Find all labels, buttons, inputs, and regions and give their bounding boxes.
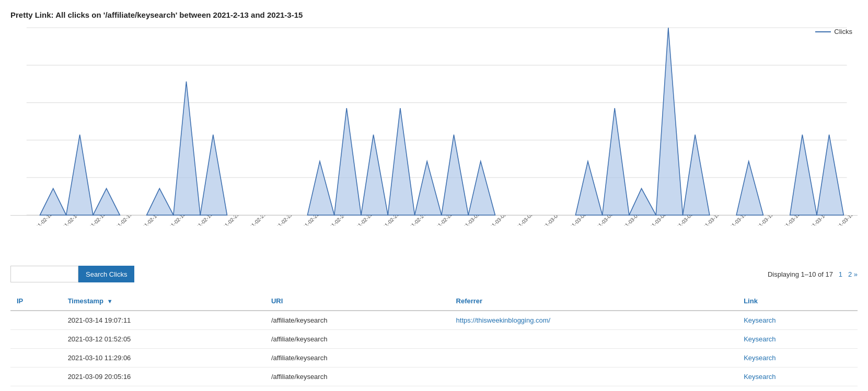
- cell-timestamp: 2021-03-12 01:52:05: [62, 330, 265, 349]
- date-label: 2021-02-13: [30, 220, 45, 226]
- chart-container: Clicks: [10, 28, 858, 216]
- svg-marker-24: [736, 161, 763, 215]
- svg-marker-20: [603, 108, 629, 215]
- date-label: 2021-02-15: [84, 220, 98, 226]
- svg-marker-17: [442, 135, 468, 215]
- cell-link: Keysearch: [737, 330, 858, 349]
- svg-marker-21: [629, 188, 656, 215]
- date-label: 2021-03-05: [564, 220, 579, 226]
- cell-uri: /affiliate/keysearch: [265, 349, 450, 368]
- svg-marker-7: [66, 135, 93, 215]
- date-label: 2021-03-02: [484, 220, 499, 226]
- cell-referrer: [450, 368, 738, 386]
- date-label: 2021-03-11: [725, 220, 739, 226]
- date-label: 2021-02-26: [377, 220, 392, 226]
- col-link: Link: [737, 292, 858, 311]
- table-row: 2021-03-09 16:55:13/affiliate/keysearchK…: [10, 386, 858, 392]
- svg-marker-25: [790, 135, 817, 215]
- date-label: 2021-03-15: [831, 220, 846, 226]
- cell-link: Keysearch: [737, 311, 858, 330]
- date-label: 2021-02-21: [244, 220, 259, 226]
- display-count: Displaying 1–10 of 17: [768, 270, 833, 278]
- date-label: 2021-02-16: [110, 220, 125, 226]
- table-row: 2021-03-14 19:07:11/affiliate/keysearchh…: [10, 311, 858, 330]
- svg-marker-9: [147, 188, 173, 215]
- search-input[interactable]: [10, 266, 78, 282]
- search-left: Search Clicks: [10, 266, 134, 282]
- cell-ip: [10, 349, 62, 368]
- legend-line-icon: [815, 31, 831, 32]
- pagination-info: Displaying 1–10 of 17 1 2 »: [768, 270, 858, 278]
- sort-arrow-icon: ▼: [107, 298, 113, 304]
- date-label: 2021-02-28: [431, 220, 446, 226]
- date-label: 2021-03-01: [458, 220, 472, 226]
- search-bar-row: Search Clicks Displaying 1–10 of 17 1 2 …: [10, 262, 858, 287]
- date-label: 2021-02-17: [137, 220, 152, 226]
- svg-marker-16: [415, 161, 442, 215]
- date-label: 2021-03-13: [778, 220, 793, 226]
- date-label: 2021-03-03: [511, 220, 526, 226]
- cell-uri: /affiliate/keysearch: [265, 386, 450, 392]
- svg-marker-14: [361, 135, 388, 215]
- date-label: 2021-03-04: [538, 220, 552, 226]
- link-name-link[interactable]: Keysearch: [744, 335, 776, 343]
- svg-marker-10: [173, 81, 200, 215]
- date-label: 2021-02-24: [324, 220, 339, 226]
- date-label: 2021-02-18: [164, 220, 179, 226]
- cell-ip: [10, 386, 62, 392]
- date-label: 2021-02-22: [271, 220, 285, 226]
- date-label: 2021-02-19: [191, 220, 205, 226]
- date-label: 2021-03-10: [698, 220, 713, 226]
- date-label: 2021-02-20: [217, 220, 232, 226]
- col-timestamp[interactable]: Timestamp ▼: [62, 292, 265, 311]
- search-clicks-button[interactable]: Search Clicks: [78, 266, 134, 282]
- chart-legend: Clicks: [815, 28, 852, 35]
- chart-title: Pretty Link: All clicks on '/affiliate/k…: [10, 10, 858, 19]
- cell-uri: /affiliate/keysearch: [265, 330, 450, 349]
- table-header: IP Timestamp ▼ URI Referrer Link: [10, 292, 858, 311]
- cell-referrer: [450, 349, 738, 368]
- page-2-link[interactable]: 2: [848, 270, 852, 278]
- cell-ip: [10, 330, 62, 349]
- cell-referrer: [450, 330, 738, 349]
- cell-timestamp: 2021-03-14 19:07:11: [62, 311, 265, 330]
- col-uri: URI: [265, 292, 450, 311]
- col-ip: IP: [10, 292, 62, 311]
- cell-uri: /affiliate/keysearch: [265, 368, 450, 386]
- clicks-table: IP Timestamp ▼ URI Referrer Link 2021-03…: [10, 292, 858, 391]
- link-name-link[interactable]: Keysearch: [744, 354, 776, 362]
- svg-marker-13: [334, 108, 361, 215]
- date-label: 2021-03-07: [618, 220, 632, 226]
- table-row: 2021-03-12 01:52:05/affiliate/keysearchK…: [10, 330, 858, 349]
- cell-ip: [10, 368, 62, 386]
- link-name-link[interactable]: Keysearch: [744, 316, 776, 324]
- date-label: 2021-02-27: [404, 220, 419, 226]
- table-body: 2021-03-14 19:07:11/affiliate/keysearchh…: [10, 311, 858, 391]
- svg-marker-26: [817, 135, 843, 215]
- date-label: 2021-03-14: [805, 220, 819, 226]
- col-referrer: Referrer: [450, 292, 738, 311]
- cell-timestamp: 2021-03-09 16:55:13: [62, 386, 265, 392]
- svg-marker-18: [468, 161, 495, 215]
- cell-link: Keysearch: [737, 368, 858, 386]
- table-row: 2021-03-09 20:05:16/affiliate/keysearchK…: [10, 368, 858, 386]
- referrer-link[interactable]: https://thisweekinblogging.com/: [456, 316, 551, 324]
- svg-marker-6: [40, 188, 66, 215]
- svg-marker-12: [307, 161, 334, 215]
- svg-marker-19: [575, 161, 602, 215]
- date-label: 2021-02-14: [57, 220, 72, 226]
- cell-ip: [10, 311, 62, 330]
- cell-referrer: https://thisweekinblogging.com/: [450, 311, 738, 330]
- link-name-link[interactable]: Keysearch: [744, 373, 776, 381]
- cell-referrer: [450, 386, 738, 392]
- date-label: 2021-02-23: [297, 220, 312, 226]
- page-1-link[interactable]: 1: [839, 270, 842, 278]
- table-row: 2021-03-10 11:29:06/affiliate/keysearchK…: [10, 349, 858, 368]
- cell-link: Keysearch: [737, 349, 858, 368]
- date-label: 2021-03-08: [644, 220, 659, 226]
- svg-marker-22: [656, 28, 682, 215]
- cell-timestamp: 2021-03-10 11:29:06: [62, 349, 265, 368]
- page-next-link[interactable]: »: [854, 270, 858, 278]
- svg-marker-15: [388, 108, 414, 215]
- header-row: IP Timestamp ▼ URI Referrer Link: [10, 292, 858, 311]
